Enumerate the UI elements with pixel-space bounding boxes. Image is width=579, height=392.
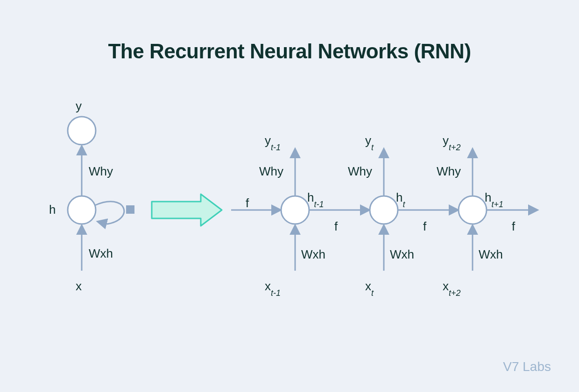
label-h-t: ht	[396, 190, 405, 207]
label-f-3: f	[512, 219, 515, 234]
credit: V7 Labs	[503, 359, 551, 374]
label-h-tm1: ht-1	[307, 190, 324, 207]
node-y	[68, 117, 96, 145]
label-h: h	[49, 203, 56, 217]
label-wxh-3: Wxh	[479, 247, 503, 262]
label-why: Why	[89, 164, 113, 179]
label-wxh-1: Wxh	[301, 247, 325, 262]
label-x-tm1: xt-1	[265, 279, 281, 295]
label-y: y	[76, 99, 82, 113]
label-why-3: Why	[437, 164, 461, 179]
label-wxh-2: Wxh	[390, 247, 414, 262]
label-y-tm1: yt-1	[265, 133, 281, 150]
label-why-2: Why	[348, 164, 372, 179]
label-x-t: xt	[365, 279, 374, 295]
label-f-1: f	[334, 219, 338, 234]
label-x: x	[76, 279, 82, 294]
loop-square	[126, 205, 134, 214]
node-h-tm1	[281, 196, 309, 224]
node-h-tp1	[459, 196, 487, 224]
label-y-t: yt	[365, 133, 374, 150]
label-f-2: f	[423, 219, 426, 234]
self-loop	[95, 202, 124, 224]
label-h-tp1: ht+1	[485, 190, 503, 207]
label-wxh: Wxh	[89, 246, 113, 261]
label-why-1: Why	[259, 164, 283, 179]
label-f-0: f	[246, 196, 249, 210]
unfold-arrow	[152, 194, 222, 226]
node-h-t	[370, 196, 398, 224]
label-x-tp2: xt+2	[443, 279, 461, 295]
label-y-tp2: yt+2	[443, 133, 461, 150]
node-h	[68, 196, 96, 224]
